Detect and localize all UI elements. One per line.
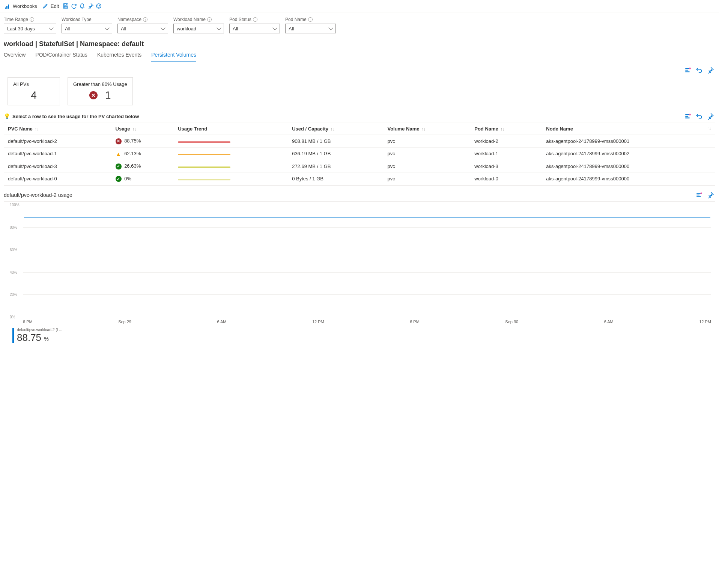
- time-range-select[interactable]: Last 30 days: [4, 24, 56, 33]
- table-header-row: PVC Name↑↓ Usage↑↓ Usage Trend Used / Ca…: [4, 123, 715, 135]
- col-pvc-name[interactable]: PVC Name↑↓: [4, 123, 112, 135]
- info-icon: i: [253, 17, 257, 22]
- alert-icon[interactable]: [79, 3, 85, 9]
- workload-name-select[interactable]: workload: [173, 24, 224, 33]
- log-analytics-icon[interactable]: [696, 192, 702, 198]
- cell-pvc-name: default/pvc-workload-0: [4, 172, 112, 185]
- workbooks-button[interactable]: Workbooks: [3, 2, 39, 10]
- svg-rect-5: [64, 6, 67, 8]
- trend-sparkline: [178, 166, 230, 168]
- pin-icon[interactable]: [707, 192, 714, 198]
- trend-sparkline: [178, 179, 230, 180]
- trend-sparkline: [178, 154, 230, 155]
- col-node-name[interactable]: Node Name↑↓: [542, 123, 715, 135]
- workbooks-label: Workbooks: [13, 3, 37, 9]
- tab-persistent-volumes[interactable]: Persistent Volumes: [151, 52, 196, 62]
- undo-icon[interactable]: [696, 113, 702, 120]
- x-tick-label: 6 AM: [604, 320, 614, 324]
- log-analytics-icon[interactable]: [684, 67, 691, 74]
- top-toolbar: Workbooks Edit: [0, 0, 719, 12]
- feedback-icon[interactable]: [96, 3, 102, 9]
- gridline: 60%: [23, 250, 711, 250]
- tab-events[interactable]: Kubernetes Events: [97, 52, 141, 62]
- tab-overview[interactable]: Overview: [4, 52, 26, 62]
- card-all-pvs[interactable]: All PVs 4: [8, 77, 60, 105]
- cell-used-capacity: 908.81 MB / 1 GB: [288, 135, 384, 148]
- namespace-label: Namespace: [117, 17, 141, 22]
- col-usage[interactable]: Usage↑↓: [112, 123, 174, 135]
- svg-rect-10: [685, 70, 688, 70]
- cell-volume-name: pvc: [384, 172, 471, 185]
- pin-icon[interactable]: [87, 3, 93, 9]
- sort-icon: ↑↓: [707, 126, 711, 130]
- filter-namespace: Namespacei All: [117, 17, 168, 33]
- gridline: 40%: [23, 272, 711, 273]
- col-used-capacity[interactable]: Used / Capacity↑↓: [288, 123, 384, 135]
- section-actions-1: [0, 62, 719, 76]
- cell-pvc-name: default/pvc-workload-1: [4, 147, 112, 160]
- undo-icon[interactable]: [696, 67, 702, 74]
- col-usage-trend[interactable]: Usage Trend: [174, 123, 288, 135]
- workload-type-label: Workload Type: [62, 17, 92, 22]
- tab-pod-status[interactable]: POD/Container Status: [35, 52, 87, 62]
- workbooks-icon: [5, 3, 11, 9]
- lightbulb-icon: 💡: [4, 113, 10, 119]
- pin-icon[interactable]: [707, 113, 714, 120]
- namespace-select[interactable]: All: [117, 24, 168, 33]
- gridline: 80%: [23, 227, 711, 228]
- card-all-pvs-value: 4: [13, 89, 54, 101]
- filter-workload-name: Workload Namei workload: [173, 17, 224, 33]
- edit-button[interactable]: Edit: [41, 2, 60, 10]
- table-row[interactable]: default/pvc-workload-0✓ 0%0 Bytes / 1 GB…: [4, 172, 715, 185]
- tabs: Overview POD/Container Status Kubernetes…: [0, 50, 719, 62]
- cell-usage-trend: [174, 160, 288, 173]
- col-volume-name[interactable]: Volume Name↑↓: [384, 123, 471, 135]
- cell-pod-name: workload-0: [471, 172, 542, 185]
- section-actions-3: [696, 192, 714, 198]
- table-row[interactable]: default/pvc-workload-2✕ 88.75%908.81 MB …: [4, 135, 715, 148]
- filter-workload-type: Workload Type All: [62, 17, 112, 33]
- x-tick-label: 12 PM: [699, 320, 711, 324]
- cell-usage: ✓ 26.63%: [112, 160, 174, 173]
- table-row[interactable]: default/pvc-workload-3✓ 26.63%272.69 MB …: [4, 160, 715, 173]
- gridline: 100%: [23, 205, 711, 205]
- y-tick-label: 40%: [10, 270, 17, 274]
- y-tick-label: 60%: [10, 248, 17, 252]
- sort-icon: ↑↓: [331, 127, 335, 131]
- pod-status-select[interactable]: All: [229, 24, 280, 33]
- svg-rect-19: [696, 196, 701, 197]
- error-status-icon: ✕: [89, 91, 98, 99]
- svg-rect-4: [64, 4, 66, 5]
- edit-label: Edit: [51, 3, 59, 9]
- filters-row: Time Rangei Last 30 days Workload Type A…: [0, 12, 719, 36]
- gridline: 0%: [23, 317, 711, 317]
- cell-usage: 62.13%: [112, 147, 174, 160]
- svg-rect-18: [696, 195, 699, 195]
- table-row[interactable]: default/pvc-workload-1 62.13%636.19 MB /…: [4, 147, 715, 160]
- cell-pod-name: workload-2: [471, 135, 542, 148]
- filter-time-range: Time Rangei Last 30 days: [4, 17, 56, 33]
- legend-value: 88.75 %: [17, 332, 62, 344]
- card-gt80-value: 1: [105, 89, 111, 101]
- cell-usage: ✓ 0%: [112, 172, 174, 185]
- kpi-cards: All PVs 4 Greater than 80% Usage ✕ 1: [0, 76, 719, 109]
- refresh-icon[interactable]: [71, 3, 77, 9]
- save-icon[interactable]: [63, 3, 69, 9]
- cell-usage: ✕ 88.75%: [112, 135, 174, 148]
- card-gt80[interactable]: Greater than 80% Usage ✕ 1: [68, 77, 133, 105]
- pin-icon[interactable]: [707, 67, 714, 74]
- workload-name-label: Workload Name: [173, 17, 206, 22]
- y-tick-label: 20%: [10, 292, 17, 297]
- log-analytics-icon[interactable]: [684, 113, 691, 120]
- pv-table: PVC Name↑↓ Usage↑↓ Usage Trend Used / Ca…: [4, 123, 715, 186]
- filter-pod-status: Pod Statusi All: [229, 17, 280, 33]
- info-icon: i: [30, 17, 34, 22]
- info-icon: i: [207, 17, 212, 22]
- workload-type-select[interactable]: All: [62, 24, 112, 33]
- chart-area[interactable]: 100%80%60%40%20%0%: [23, 205, 711, 317]
- col-pod-name[interactable]: Pod Name↑↓: [471, 123, 542, 135]
- pod-name-select[interactable]: All: [285, 24, 336, 33]
- y-tick-label: 100%: [10, 203, 20, 207]
- ok-status-icon: ✓: [116, 164, 122, 170]
- pod-status-label: Pod Status: [229, 17, 251, 22]
